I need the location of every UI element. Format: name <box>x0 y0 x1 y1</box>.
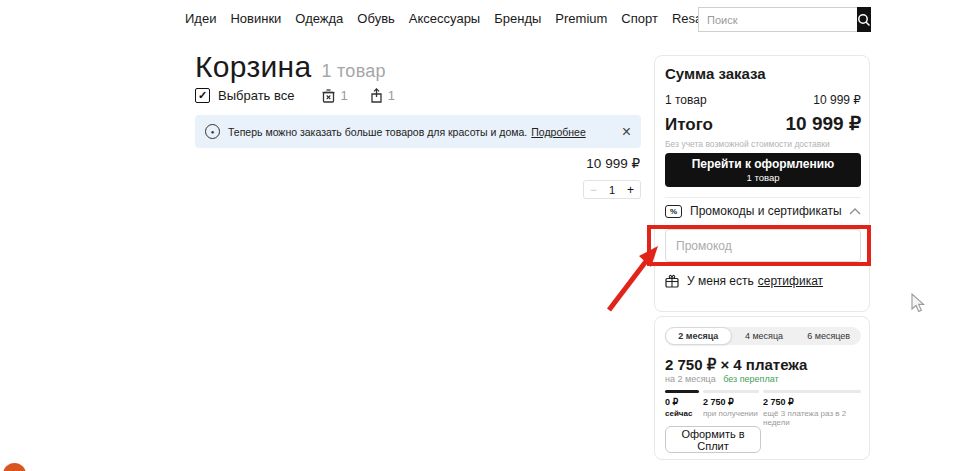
promo-section-label: Промокоды и сертификаты <box>690 204 842 218</box>
payment-amount: 0 ₽ <box>665 397 692 407</box>
progress-segment-current <box>665 390 699 393</box>
payment-amount: 2 750 ₽ <box>703 397 758 407</box>
divider <box>665 197 861 198</box>
payment-label: ещё 3 платежа раз в 2 недели <box>763 409 863 427</box>
search-icon <box>857 13 871 27</box>
delete-selected[interactable]: 1 <box>322 88 347 103</box>
split-subline: на 2 месяца без переплат <box>665 374 779 384</box>
partial-logo <box>3 463 26 471</box>
quantity-value: 1 <box>609 184 615 196</box>
nav-item-novinki[interactable]: Новинки <box>230 11 281 26</box>
quantity-increase-button[interactable]: + <box>627 183 634 197</box>
delete-count: 1 <box>340 88 347 103</box>
banner-text: Теперь можно заказать больше товаров для… <box>228 126 527 138</box>
search-button[interactable] <box>857 7 871 32</box>
mouse-cursor <box>910 293 926 313</box>
nav-item-sport[interactable]: Спорт <box>621 11 658 26</box>
coupon-icon: % <box>665 205 682 218</box>
checkout-sublabel: 1 товар <box>747 172 780 183</box>
split-term-label: на 2 месяца <box>665 374 716 384</box>
progress-segment-rest <box>763 390 861 393</box>
gift-icon <box>665 274 679 288</box>
summary-total-row: Итого 10 999 ₽ <box>665 112 861 135</box>
share-count: 1 <box>388 88 395 103</box>
delivery-note: Без учета возможной стоимости доставки <box>665 139 830 149</box>
banner-close-icon[interactable]: × <box>622 124 631 140</box>
split-checkout-button[interactable]: Оформить в Сплит <box>665 426 761 453</box>
page-title: Корзина1 товар <box>195 50 386 84</box>
item-price: 10 999 ₽ <box>540 155 640 171</box>
summary-heading: Сумма заказа <box>665 65 766 82</box>
total-label: Итого <box>665 115 713 135</box>
chevron-up-icon <box>849 208 861 215</box>
cart-items-count: 1 товар <box>321 61 386 81</box>
tab-6-months[interactable]: 6 месяцев <box>796 327 861 345</box>
share-icon <box>370 88 383 103</box>
info-banner: ● Теперь можно заказать больше товаров д… <box>195 115 641 148</box>
cart-controls: ✓ Выбрать все 1 1 <box>195 88 395 103</box>
summary-items-value: 10 999 ₽ <box>813 93 861 107</box>
certificate-prefix: У меня есть <box>687 274 754 288</box>
banner-more-link[interactable]: Подробнее <box>531 126 585 138</box>
select-all-checkbox[interactable]: ✓ <box>195 88 210 103</box>
split-headline: 2 750 ₽ × 4 платежа <box>665 356 807 374</box>
order-summary-card: Сумма заказа 1 товар 10 999 ₽ Итого 10 9… <box>654 55 870 312</box>
search-input[interactable] <box>698 7 857 32</box>
total-value: 10 999 ₽ <box>786 112 861 135</box>
nav-item-odezhda[interactable]: Одежда <box>295 11 343 26</box>
banner-badge-icon: ● <box>205 124 220 139</box>
promo-section-toggle[interactable]: % Промокоды и сертификаты <box>665 204 861 218</box>
checkout-label: Перейти к оформлению <box>692 157 835 171</box>
nav-item-aksessuary[interactable]: Аксессуары <box>409 11 480 26</box>
tab-4-months[interactable]: 4 месяца <box>732 327 797 345</box>
certificate-row[interactable]: У меня есть сертификат <box>665 274 823 288</box>
payment-column: 2 750 ₽ ещё 3 платежа раз в 2 недели <box>763 397 863 427</box>
payment-amount: 2 750 ₽ <box>763 397 863 407</box>
payment-column: 0 ₽ сейчас <box>665 397 692 418</box>
summary-items-row: 1 товар 10 999 ₽ <box>665 93 861 107</box>
payment-column: 2 750 ₽ при получении <box>703 397 758 418</box>
progress-segment-next <box>703 390 759 393</box>
certificate-link[interactable]: сертификат <box>758 274 823 288</box>
split-payment-card: 2 месяца 4 месяца 6 месяцев 2 750 ₽ × 4 … <box>654 316 870 460</box>
split-no-overpay-label: без переплат <box>723 374 778 384</box>
select-all-label[interactable]: Выбрать все <box>218 88 294 103</box>
delete-icon <box>322 89 335 103</box>
quantity-stepper: − 1 + <box>583 180 641 199</box>
nav-item-idei[interactable]: Идеи <box>185 11 216 26</box>
payment-label: сейчас <box>665 409 692 418</box>
quantity-decrease-button[interactable]: − <box>590 183 597 197</box>
nav-item-premium[interactable]: Premium <box>555 11 607 26</box>
cart-page: Идеи Новинки Одежда Обувь Аксессуары Бре… <box>0 0 960 471</box>
split-term-tabs: 2 месяца 4 месяца 6 месяцев <box>665 327 861 345</box>
share-selected[interactable]: 1 <box>370 88 395 103</box>
payment-label: при получении <box>703 409 758 418</box>
checkout-button[interactable]: Перейти к оформлению 1 товар <box>665 153 861 187</box>
nav-item-brendy[interactable]: Бренды <box>494 11 541 26</box>
promo-code-input[interactable] <box>665 229 861 262</box>
cart-title-text: Корзина <box>195 50 311 83</box>
summary-items-label: 1 товар <box>665 93 707 107</box>
tab-2-months[interactable]: 2 месяца <box>665 327 732 345</box>
search-bar <box>698 7 861 32</box>
nav-item-obuv[interactable]: Обувь <box>357 11 394 26</box>
